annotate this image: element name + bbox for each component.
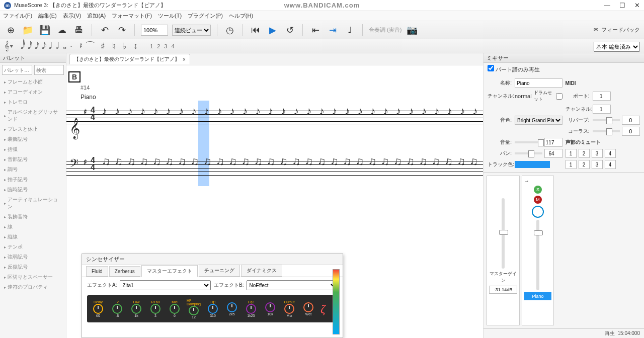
palette-item[interactable]: 強弱記号 bbox=[0, 252, 66, 262]
volume-slider[interactable] bbox=[515, 141, 542, 143]
port-input[interactable] bbox=[593, 92, 611, 101]
note[interactable]: ♫ bbox=[317, 156, 326, 181]
palette-item[interactable]: 区切りとスペーサー bbox=[0, 272, 66, 282]
undo-icon[interactable]: ↶ bbox=[98, 24, 111, 37]
note[interactable]: ♪ bbox=[268, 106, 273, 131]
note[interactable]: ♫ bbox=[381, 156, 389, 181]
palette-item[interactable]: アルペジオとグリッサンド bbox=[0, 107, 66, 124]
close-button[interactable]: ✕ bbox=[634, 2, 640, 9]
voice-mute-button[interactable]: 2 bbox=[579, 149, 590, 158]
fxA-select[interactable]: Zita1 bbox=[120, 280, 211, 290]
concert-pitch-label[interactable]: 合奏調 (実音) bbox=[369, 26, 401, 34]
note[interactable]: ♫ bbox=[305, 156, 313, 181]
note[interactable]: ♪ bbox=[191, 106, 197, 131]
palette-item[interactable]: 括弧 bbox=[0, 144, 66, 154]
note[interactable]: ♫ bbox=[165, 156, 174, 181]
document-tab[interactable]: 【きのさと】最後のワンダーランド【ピアノ】 × bbox=[69, 54, 190, 64]
flip-icon[interactable]: ↕ bbox=[133, 41, 138, 51]
note[interactable]: ♫ bbox=[267, 156, 275, 181]
chorus-slider[interactable] bbox=[593, 130, 620, 132]
note[interactable]: ♫ bbox=[355, 156, 364, 181]
effect-knob[interactable]: Low1k bbox=[129, 299, 143, 319]
note[interactable]: ♪ bbox=[153, 106, 158, 131]
name-input[interactable] bbox=[515, 78, 562, 88]
note[interactable]: ♫ bbox=[432, 156, 440, 181]
tie-icon[interactable]: ⁀ bbox=[87, 41, 94, 52]
effect-knob[interactable]: RT603 bbox=[148, 299, 163, 319]
midi-ch-input[interactable] bbox=[593, 105, 611, 114]
note[interactable]: ♫ bbox=[152, 156, 161, 181]
note[interactable]: ♪ bbox=[178, 106, 184, 131]
voice-3[interactable]: 3 bbox=[164, 43, 167, 49]
menu-add[interactable]: 追加(A) bbox=[87, 12, 106, 20]
note[interactable]: ♫ bbox=[178, 156, 186, 181]
note[interactable]: ♫ bbox=[140, 156, 148, 181]
chorus-input[interactable] bbox=[622, 127, 640, 136]
note[interactable]: ♫ bbox=[241, 156, 250, 181]
loop-out-icon[interactable]: ⇥ bbox=[326, 24, 339, 37]
reverb-slider[interactable] bbox=[593, 119, 620, 121]
note[interactable]: ♪ bbox=[255, 106, 261, 131]
view-mode-select[interactable]: 連続ビュー bbox=[172, 25, 211, 36]
synth-tab[interactable]: チューニング bbox=[199, 265, 240, 277]
note[interactable]: ♫ bbox=[127, 156, 135, 181]
palette-item[interactable]: フレームと小節 bbox=[0, 77, 66, 87]
mail-icon[interactable]: ✉ bbox=[594, 27, 598, 33]
voice-mute-button[interactable]: 3 bbox=[592, 160, 603, 169]
rewind-icon[interactable]: ⏮ bbox=[249, 24, 262, 37]
voice-mute-button[interactable]: 4 bbox=[605, 149, 616, 158]
note[interactable]: ♪ bbox=[434, 106, 440, 131]
part-only-checkbox[interactable]: パート譜のみ再生 bbox=[488, 66, 540, 72]
track-color-swatch[interactable] bbox=[515, 161, 550, 168]
note[interactable]: ♫ bbox=[444, 156, 453, 181]
cloud-icon[interactable]: ☁ bbox=[55, 24, 68, 37]
minimize-button[interactable]: — bbox=[604, 2, 610, 9]
zoom-input[interactable] bbox=[141, 25, 168, 36]
voice-mute-button[interactable]: 4 bbox=[605, 160, 616, 169]
palette-item[interactable]: 縦線 bbox=[0, 232, 66, 242]
palette-item[interactable]: 連符のプロパティ bbox=[0, 282, 66, 292]
effect-knob[interactable]: Eq21k25 bbox=[244, 299, 258, 319]
note[interactable]: ♫ bbox=[102, 156, 110, 181]
score-canvas[interactable]: B #14 Piano 𝄞 ♯ 44 ♪♪♪♪♪♪♪♪♪♪♪♪♪♪♪♪♪♪♪♪♪… bbox=[66, 65, 483, 338]
palette-item[interactable]: ブレスと休止 bbox=[0, 124, 66, 134]
expand-icon[interactable]: → bbox=[524, 178, 529, 184]
maximize-button[interactable]: ☐ bbox=[619, 2, 625, 9]
new-file-icon[interactable]: ⊕ bbox=[4, 24, 17, 37]
note[interactable]: ♪ bbox=[459, 106, 465, 131]
note[interactable]: ♫ bbox=[469, 156, 478, 181]
menu-help[interactable]: ヘルプ(H) bbox=[229, 12, 253, 20]
dot-icon[interactable]: · bbox=[70, 41, 72, 51]
note[interactable]: ♪ bbox=[345, 106, 350, 131]
effect-knob[interactable]: Eq1315 bbox=[206, 299, 220, 319]
palette-item[interactable]: アコーディオン bbox=[0, 87, 66, 97]
menu-file[interactable]: ファイル(F) bbox=[3, 12, 32, 20]
sound-select[interactable]: Bright Grand Piano bbox=[515, 116, 562, 125]
effect-knob[interactable]: HF Damping12 bbox=[187, 299, 201, 319]
note[interactable]: ♪ bbox=[281, 106, 286, 131]
synth-tab[interactable]: Zerberus bbox=[109, 266, 140, 277]
volume-input[interactable] bbox=[544, 138, 562, 147]
effect-knob[interactable]: Mid6 bbox=[168, 299, 182, 319]
effect-knob[interactable]: 10k bbox=[263, 299, 277, 319]
voice-mute-button[interactable]: 3 bbox=[592, 149, 603, 158]
workspace-select[interactable]: 基本 編集済み bbox=[594, 42, 640, 52]
note[interactable]: ♪ bbox=[395, 106, 401, 131]
effect-knob[interactable]: Delay60 bbox=[91, 299, 105, 319]
palette-item[interactable]: アーティキュレーション bbox=[0, 195, 66, 212]
note[interactable]: ♫ bbox=[457, 156, 465, 181]
menu-plugin[interactable]: プラグイン(P) bbox=[188, 12, 223, 20]
palette-item[interactable]: 線 bbox=[0, 222, 66, 232]
play-icon[interactable]: ▶ bbox=[266, 24, 279, 37]
metronome-icon[interactable]: ◷ bbox=[223, 24, 236, 37]
feedback-label[interactable]: フィードバック bbox=[601, 26, 640, 34]
natural-icon[interactable]: ♮ bbox=[112, 41, 115, 52]
pan-dial[interactable] bbox=[532, 206, 544, 218]
reverb-input[interactable] bbox=[622, 116, 640, 125]
menu-tools[interactable]: ツール(T) bbox=[158, 12, 182, 20]
camera-icon[interactable]: 📷 bbox=[406, 24, 419, 37]
note[interactable]: ♪ bbox=[204, 106, 209, 131]
effect-knob[interactable]: Wet bbox=[301, 299, 315, 319]
mute-button[interactable]: M bbox=[534, 196, 542, 204]
palette-item[interactable]: 反復記号 bbox=[0, 262, 66, 272]
